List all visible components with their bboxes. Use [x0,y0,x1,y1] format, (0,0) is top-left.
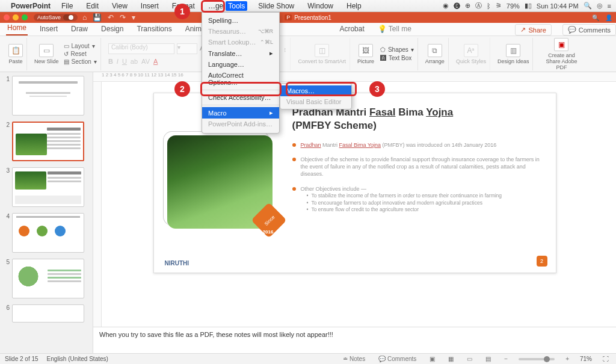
ribbon: 📋 Paste ▭ New Slide ▭ Layout ▾ ↺ Reset ▤… [0,36,616,72]
strike-icon[interactable]: ab [131,58,138,65]
new-slide-button[interactable]: ▭ New Slide [34,44,59,64]
sub-bullet: To stabilize the income of the farmers i… [307,193,502,200]
status-comments-button[interactable]: 💬 Comments [376,356,419,362]
convert-smartart-button[interactable]: ◫ Convert to SmartArt [298,44,346,64]
arrange-label: Arrange [425,58,445,64]
tab-acrobat[interactable]: Acrobat [338,23,365,35]
submenu-vbe[interactable]: Visual Basic Editor [280,96,351,107]
textbox-button[interactable]: 🅰 Text Box [380,55,414,61]
menu-view[interactable]: View [109,1,130,11]
adobe-pdf-button[interactable]: ▣ Create and Share Adobe PDF [540,38,582,70]
view-reading-icon[interactable]: ▭ [464,356,475,362]
tab-insert[interactable]: Insert [38,23,59,35]
font-family-select[interactable]: Calibri (Body) [108,43,174,54]
menu-edit[interactable]: Edit [84,1,101,11]
slide-thumb-1[interactable] [12,76,84,116]
account-icon[interactable]: 👤 [605,14,612,21]
slide-canvas-area[interactable]: Since2016 NIRUTHI 2 Pradhan Mantri Fasal… [93,82,616,327]
designideas-group: ▥ Design Ideas [494,38,534,70]
thumbnail-pane[interactable]: 1 2 3 4 5 [0,72,93,353]
menu-language[interactable]: Language… [202,59,279,70]
menu-file[interactable]: File [59,1,75,11]
menu-addins[interactable]: PowerPoint Add-ins… [202,119,279,129]
callout-number-2: 2 [174,81,190,97]
app-name[interactable]: PowerPoint [11,2,51,10]
wifi-icon[interactable]: ⚞ [496,2,502,10]
paste-button[interactable]: 📋 Paste [8,44,23,64]
bluetooth-icon[interactable]: ᛒ [487,2,491,10]
autosave-toggle[interactable]: AutoSave [34,14,78,21]
zoom-percent[interactable]: 71% [580,356,592,362]
view-normal-icon[interactable]: ▣ [427,356,437,362]
zoom-slider[interactable] [519,358,555,360]
section-button[interactable]: ▤ Section ▾ [64,58,97,65]
arrange-button[interactable]: ⧉ Arrange [425,44,445,64]
menu-spelling[interactable]: Spelling… [202,15,279,26]
slide-subtitle[interactable]: (PMFBY Scheme) [292,120,544,132]
italic-icon[interactable]: I [117,58,119,65]
picture-button[interactable]: 🖼 Picture [357,44,374,64]
view-sorter-icon[interactable]: ▦ [446,356,456,362]
autosave-switch-icon[interactable] [63,14,74,20]
highlight-icon[interactable]: AV [141,58,150,65]
clock[interactable]: Sun 10:44 PM [537,2,579,10]
quick-access-toolbar: ⌂ 💾 ↶ ↷ ▾ [82,13,135,22]
menu-window[interactable]: Window [305,1,336,11]
bullet-1[interactable]: Pradhan Mantri Fasal Bima Yojna (PMFBY) … [292,141,544,149]
slide-thumb-5[interactable] [12,259,84,298]
tab-draw[interactable]: Draw [70,23,89,35]
layout-button[interactable]: ▭ Layout ▾ [64,43,97,49]
font-color-icon[interactable]: A [153,58,158,65]
status-slide-number[interactable]: Slide 2 of 15 [5,356,38,362]
zoom-in-icon[interactable]: + [563,356,571,362]
slide-thumb-6[interactable] [12,304,84,322]
tell-me[interactable]: 💡 Tell me [377,23,413,35]
menu-tools[interactable]: Tools [226,1,247,11]
undo-icon[interactable]: ↶ [108,13,114,22]
picture-icon: 🖼 [359,44,373,57]
home-icon[interactable]: ⌂ [82,13,87,22]
bullet-2[interactable]: Objective of the scheme is to provide fi… [292,156,544,177]
zoom-out-icon[interactable]: − [502,356,510,362]
fit-to-window-icon[interactable]: ⛶ [600,356,611,362]
text-direction-icon[interactable]: ↕ [283,46,287,54]
notifications-icon[interactable]: ≡ [608,2,611,10]
tab-design[interactable]: Design [100,23,125,35]
font-size-select[interactable]: ▾ [177,43,197,54]
notes-pane[interactable]: When you try to save this file as a PDF,… [93,327,616,353]
shapes-button[interactable]: ⬠ Shapes ▾ [380,46,414,53]
control-center-icon[interactable]: ◎ [597,2,603,10]
document-title[interactable]: P Presentation1 [285,14,331,21]
spotlight-icon[interactable]: 🔍 [584,2,592,10]
reset-button[interactable]: ↺ Reset [64,51,97,57]
status-notes-button[interactable]: ≐ Notes [340,356,368,362]
search-icon[interactable]: 🔍 [592,14,599,21]
smartart-group: ◫ Convert to SmartArt [294,38,350,70]
slide-thumb-3[interactable] [12,167,84,207]
menu-thesaurus[interactable]: Thesaurus…⌥⌘R [202,26,279,37]
chevron-right-icon: ▸ [270,109,273,117]
redo-icon[interactable]: ↷ [120,13,126,22]
menu-slideshow[interactable]: Slide Show [256,1,297,11]
status-language[interactable]: English (United States) [47,356,108,362]
menu-help[interactable]: Help [344,1,364,11]
menu-translate[interactable]: Translate…▸ [202,48,279,59]
bold-icon[interactable]: B [108,58,113,65]
view-slideshow-icon[interactable]: ▤ [483,356,493,362]
bullet-3[interactable]: Other Objectives include — To stabilize … [292,185,544,214]
qat-more-icon[interactable]: ▾ [132,13,135,22]
underline-icon[interactable]: U [122,58,127,65]
menu-smart-lookup[interactable]: Smart Lookup…⌃⌘L [202,37,279,48]
share-button[interactable]: ↗ Share [515,24,551,35]
window-controls[interactable] [4,14,28,20]
menu-insert[interactable]: Insert [138,1,161,11]
quickstyles-button[interactable]: Aᵃ Quick Styles [456,44,486,64]
tab-transitions[interactable]: Transitions [135,23,173,35]
comments-button[interactable]: 💬 Comments [562,24,616,35]
slide-thumb-2[interactable] [12,122,84,161]
slide-thumb-4[interactable] [12,213,84,253]
save-icon[interactable]: 💾 [93,13,102,22]
tab-home[interactable]: Home [6,22,28,35]
designideas-button[interactable]: ▥ Design Ideas [497,44,529,64]
menu-macro[interactable]: Macro▸ [202,107,279,119]
